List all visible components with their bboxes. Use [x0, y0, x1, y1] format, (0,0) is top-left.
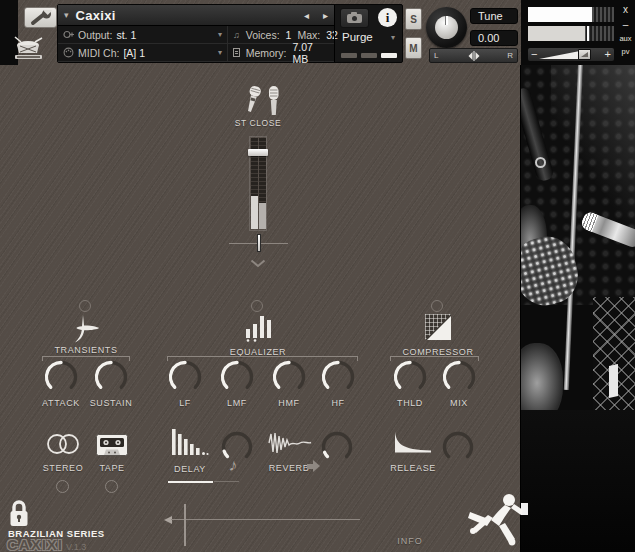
product-name: CAXIXI: [7, 536, 63, 552]
mic-pan-slider[interactable]: [229, 243, 288, 244]
delay-amount-track: [214, 481, 239, 482]
instrument-title[interactable]: Caxixi: [76, 8, 116, 23]
pv-button[interactable]: pv: [616, 47, 635, 56]
collapse-arrow-icon[interactable]: ▾: [64, 10, 69, 20]
output-icon: [63, 29, 74, 40]
info-tab[interactable]: INFO: [397, 536, 423, 546]
knob-label-hmf: HMF: [278, 398, 299, 408]
attack-knob[interactable]: [43, 359, 79, 395]
capoeira-figure: [464, 489, 524, 552]
voices-icon: ♫: [233, 30, 240, 40]
tape-toggle[interactable]: [105, 480, 118, 493]
snapshot-camera-button[interactable]: [340, 8, 369, 28]
pan-slider[interactable]: L R: [429, 48, 518, 63]
stereo-toggle[interactable]: [56, 480, 69, 493]
knob-label-lf: LF: [179, 398, 191, 408]
memory-value: 7.07 MB: [293, 41, 329, 65]
next-instrument-arrow[interactable]: ▸: [323, 10, 328, 21]
tune-value[interactable]: 0.00: [470, 30, 518, 46]
wrench-icon: [29, 10, 53, 26]
transients-icon: [72, 315, 101, 343]
delay-sync-note-icon[interactable]: ♪: [228, 456, 239, 477]
aux-button[interactable]: aux: [616, 34, 635, 43]
instrument-title-bar: ▾ Caxixi ◂ ▸: [58, 5, 334, 26]
purge-dropdown-arrow[interactable]: ▾: [391, 33, 395, 42]
max-label: Max:: [297, 29, 320, 41]
purge-leds: [341, 53, 397, 58]
purge-led: [341, 53, 357, 58]
pan-left-label: L: [434, 51, 438, 60]
hf-knob[interactable]: [320, 359, 356, 395]
mute-button[interactable]: M: [405, 37, 422, 59]
memory-row: Memory: 7.07 MB: [228, 44, 334, 62]
tune-label: Tune: [470, 8, 518, 24]
bottom-slider-handle[interactable]: [184, 504, 186, 546]
output-value: st. 1: [116, 29, 136, 41]
delay-amount-slider[interactable]: [168, 481, 213, 483]
midi-channel-select[interactable]: MIDI Ch: [A] 1 ▾: [58, 44, 227, 62]
stereo-icon: [44, 432, 82, 456]
equalizer-power-led[interactable]: [251, 300, 263, 312]
knob-label-sustain: SUSTAIN: [90, 398, 133, 408]
mic-volume-fader[interactable]: [249, 136, 267, 231]
volume-plus[interactable]: +: [605, 48, 611, 61]
minimize-button[interactable]: –: [616, 19, 635, 30]
voices-label: Voices:: [246, 29, 280, 41]
percussion-logo-icon: [11, 36, 47, 63]
purge-label: Purge: [342, 31, 373, 43]
thld-knob[interactable]: [392, 359, 428, 395]
compressor-icon: [425, 314, 451, 340]
bottom-slider-pointer: [164, 516, 172, 524]
equalizer-icon: [244, 312, 272, 343]
photo-ring: [535, 157, 546, 168]
solo-button[interactable]: S: [405, 8, 422, 30]
release-knob[interactable]: [441, 430, 475, 464]
volume-handle[interactable]: [578, 49, 591, 60]
photo-highlight: [609, 364, 618, 398]
transients-power-led[interactable]: [79, 300, 91, 312]
instrument-header: ▾ Caxixi ◂ ▸ Output: st. 1 ▾: [57, 4, 403, 63]
bottom-slider-track[interactable]: [171, 519, 360, 520]
effect-label-tape: TAPE: [99, 463, 124, 473]
purge-menu[interactable]: Purge ▾: [335, 31, 402, 43]
hmf-knob[interactable]: [271, 359, 307, 395]
volume-minus[interactable]: −: [531, 48, 537, 61]
fader-level-right: [259, 203, 266, 229]
effect-label-delay: DELAY: [174, 464, 206, 474]
knob-label-thld: THLD: [397, 398, 423, 408]
tune-knob[interactable]: [426, 7, 467, 48]
lf-knob[interactable]: [167, 359, 203, 395]
memory-label: Memory:: [246, 47, 287, 59]
reverb-knob[interactable]: [320, 430, 354, 464]
knob-label-mix: MIX: [450, 398, 468, 408]
midi-dropdown-arrow[interactable]: ▾: [218, 48, 222, 57]
lmf-knob[interactable]: [219, 359, 255, 395]
compressor-power-led[interactable]: [431, 300, 443, 312]
pan-right-label: R: [507, 51, 513, 60]
midi-label: MIDI Ch:: [78, 47, 119, 59]
info-button[interactable]: i: [378, 8, 397, 27]
mic-pan-handle[interactable]: [257, 234, 261, 252]
reverb-icon: [268, 431, 312, 456]
knob-label-hf: HF: [331, 398, 344, 408]
mix-knob[interactable]: [441, 359, 477, 395]
camera-icon: [347, 14, 362, 23]
chevron-down-icon[interactable]: [250, 259, 266, 268]
output-select[interactable]: Output: st. 1 ▾: [58, 26, 227, 44]
close-button[interactable]: x: [616, 4, 635, 15]
mic-position-label: ST CLOSE: [235, 118, 282, 128]
meter-r-peak-tick: [587, 26, 589, 41]
edit-wrench-button[interactable]: [24, 7, 57, 28]
sustain-knob[interactable]: [93, 359, 129, 395]
delay-icon: [170, 427, 210, 457]
volume-slider[interactable]: − +: [528, 48, 614, 61]
output-dropdown-arrow[interactable]: ▾: [218, 30, 222, 39]
pan-center-marker: [468, 51, 479, 61]
voices-value: 1: [286, 29, 292, 41]
prev-instrument-arrow[interactable]: ◂: [304, 10, 309, 21]
studio-photo: [520, 65, 635, 552]
purge-led: [381, 53, 397, 58]
effect-label-reverb: REVERB: [269, 463, 310, 473]
fader-handle[interactable]: [248, 149, 268, 156]
kontakt-instrument: ▾ Caxixi ◂ ▸ Output: st. 1 ▾: [0, 0, 635, 552]
